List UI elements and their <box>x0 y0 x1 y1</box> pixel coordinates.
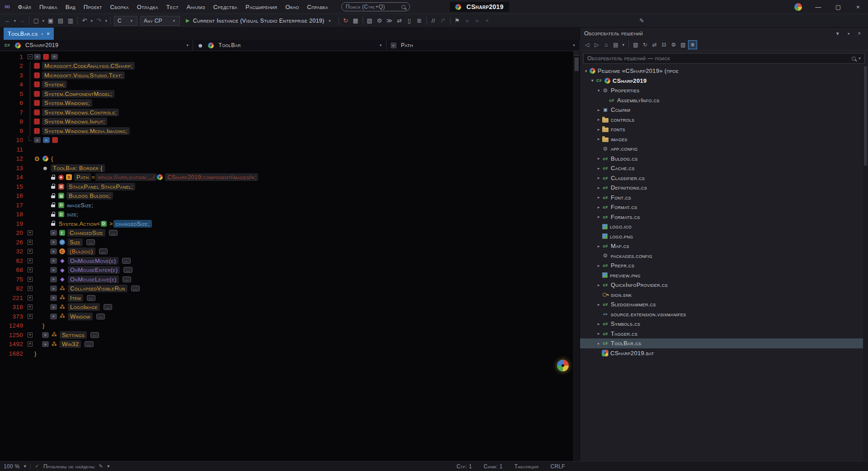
fold-margin[interactable]: + <box>26 228 34 238</box>
code-line[interactable]: 26+»@Size… <box>0 238 573 247</box>
switch-views-icon[interactable]: ▤ <box>611 40 620 49</box>
options-icon[interactable]: ⚙ <box>375 16 385 26</box>
line-number[interactable]: 8 <box>0 118 26 125</box>
fold-toggle-icon[interactable]: + <box>28 267 33 272</box>
pin-icon[interactable]: ▪ <box>844 29 853 38</box>
tree-item-folder[interactable]: ▸controls <box>580 115 868 125</box>
fold-toggle-icon[interactable]: + <box>28 249 33 254</box>
back-icon[interactable]: ◁ <box>583 40 592 49</box>
tree-expander-icon[interactable]: ▸ <box>595 214 602 219</box>
refresh-icon[interactable]: ↻ <box>641 40 650 49</box>
window-position-icon[interactable]: ▾ <box>833 29 842 38</box>
line-number[interactable]: 1492 <box>0 341 26 347</box>
line-number[interactable]: 82 <box>0 285 26 292</box>
issues-status-message[interactable]: Проблемы не найдены <box>43 463 95 470</box>
code-line[interactable]: 16▦Buldog Buldog; <box>0 191 573 201</box>
code-line[interactable]: 9System.Windows.Media.Imaging; <box>0 126 573 136</box>
uncomment-icon[interactable]: /* <box>439 16 448 26</box>
code-line[interactable]: 4System; <box>0 80 573 90</box>
navbar-dropdown-1[interactable]: ☻ToolBar▾ <box>193 40 386 51</box>
prev-bookmark-icon[interactable]: « <box>462 16 472 26</box>
collapsed-body-icon[interactable]: … <box>99 248 108 254</box>
tree-item-project[interactable]: ▾C#CSharp2019 <box>580 76 868 86</box>
code-line[interactable]: 3Microsoft.VisualStudio.Text; <box>0 71 573 80</box>
line-number[interactable]: 20 <box>0 229 26 236</box>
account-avatar[interactable] <box>794 3 802 11</box>
menu-item[interactable]: Расширения <box>241 3 281 11</box>
menu-item[interactable]: Вид <box>61 3 80 11</box>
menu-item[interactable]: Окно <box>281 3 303 11</box>
undo-icon[interactable]: ↶ <box>80 16 90 26</box>
save-icon[interactable]: ▤ <box>56 16 66 26</box>
fold-toggle-icon[interactable]: + <box>28 286 33 291</box>
tree-item-solution[interactable]: ▾Решение «CSharp2019» (прое <box>580 66 868 76</box>
fold-margin[interactable] <box>26 99 34 108</box>
code-line[interactable]: 17DimageSize; <box>0 200 573 210</box>
line-number[interactable]: 18 <box>0 211 26 218</box>
collapsed-body-icon[interactable]: … <box>122 258 131 264</box>
tree-item-file[interactable]: ▸c#Format.cs <box>580 202 868 212</box>
collapsed-body-icon[interactable]: … <box>85 341 93 347</box>
tree-item-file[interactable]: ▸c#Prepr.cs <box>580 261 868 271</box>
fold-margin[interactable]: + <box>26 284 34 294</box>
line-number[interactable]: 32 <box>0 248 26 255</box>
tree-item-file[interactable]: ▸c#Font.cs <box>580 193 868 203</box>
forward-icon[interactable]: ▷ <box>592 40 601 49</box>
menu-item[interactable]: Отладка <box>133 3 162 11</box>
preview-selected-icon[interactable]: ▨ <box>679 40 688 49</box>
find-in-files-icon[interactable]: ▧ <box>365 16 375 26</box>
tree-item-file[interactable]: ⚙app.config <box>580 144 868 154</box>
scrollbar-thumb[interactable] <box>864 66 867 166</box>
fold-toggle-icon[interactable]: + <box>28 240 33 245</box>
tree-expander-icon[interactable]: ▸ <box>595 244 602 248</box>
collapsed-body-icon[interactable]: … <box>90 332 99 338</box>
tree-expander-icon[interactable]: ▾ <box>583 69 590 73</box>
tree-item-file[interactable]: ▸c#Map.cs <box>580 241 868 251</box>
fold-margin[interactable]: + <box>26 275 34 284</box>
fold-margin[interactable]: + <box>26 340 34 349</box>
close-tab-icon[interactable]: × <box>47 31 50 37</box>
minimize-button[interactable]: — <box>808 0 828 14</box>
break-all-icon[interactable]: ▦ <box>351 16 361 26</box>
menu-item[interactable]: Проект <box>80 3 106 11</box>
menu-item[interactable]: Сборка <box>106 3 133 11</box>
tree-expander-icon[interactable]: ▸ <box>595 156 602 161</box>
undo-caret-icon[interactable]: ▾ <box>90 19 94 23</box>
sync-with-active-document-icon[interactable]: ≡ <box>688 40 697 49</box>
tree-item-file[interactable]: ▸c#Formats.cs <box>580 212 868 222</box>
back-icon[interactable]: ← <box>3 16 13 26</box>
tree-item-file[interactable]: ▸c#Cache.cs <box>580 163 868 173</box>
switch-views-caret-icon[interactable]: ▾ <box>621 40 626 49</box>
line-number[interactable]: 75 <box>0 276 26 283</box>
properties-icon[interactable]: ⚙ <box>669 40 678 49</box>
tree-item-folder[interactable]: ▸images <box>580 134 868 144</box>
fold-toggle-icon[interactable]: + <box>28 295 33 300</box>
new-file-caret-icon[interactable]: ▾ <box>41 19 46 23</box>
line-number[interactable]: 6 <box>0 100 26 106</box>
fold-toggle-icon[interactable]: + <box>28 314 33 319</box>
tree-item-file[interactable]: ⚙packages.config <box>580 251 868 261</box>
collapsed-body-icon[interactable]: … <box>87 295 95 301</box>
code-line[interactable]: 1682} <box>0 349 573 358</box>
fold-margin[interactable]: + <box>26 312 34 321</box>
navbar-dropdown-2[interactable]: ▪Path▾ <box>387 40 580 51</box>
tree-expander-icon[interactable]: ▸ <box>595 263 602 268</box>
line-number[interactable]: 318 <box>0 304 26 310</box>
platform-dropdown[interactable]: Any CP▾ <box>140 16 180 26</box>
forward-icon[interactable]: → <box>17 16 27 26</box>
tree-item-file[interactable]: ▸c#Sledgehammer.cs <box>580 300 868 309</box>
code-line[interactable]: 15▦StackPanel StackPanel; <box>0 182 573 191</box>
collapse-all-icon[interactable]: ⊟ <box>660 40 669 49</box>
line-number[interactable]: 13 <box>0 165 26 171</box>
line-number[interactable]: 9 <box>0 128 26 134</box>
solution-explorer-search-input[interactable]: Обозреватель решений — поиск ▾ <box>583 53 865 64</box>
tree-item-file[interactable]: ▸c#ToolBar.cs <box>580 338 868 348</box>
explorer-scrollbar[interactable] <box>863 65 868 461</box>
collapsed-body-icon[interactable]: … <box>109 230 118 236</box>
tree-expander-icon[interactable]: ▸ <box>595 195 602 200</box>
fold-margin[interactable] <box>26 136 34 145</box>
code-line[interactable]: 32+»C(Buldog)… <box>0 247 573 257</box>
line-number[interactable]: 62 <box>0 257 26 264</box>
tree-expander-icon[interactable]: ▸ <box>595 341 602 346</box>
open-file-icon[interactable]: ▣ <box>46 16 56 26</box>
